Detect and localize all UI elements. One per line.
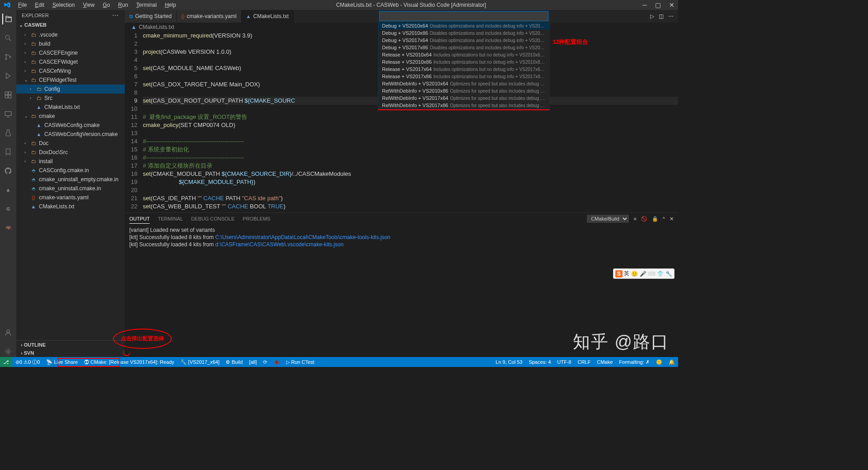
quickpick-input[interactable] <box>379 11 548 21</box>
tree-item[interactable]: ⬘cmake_uninstall.cmake.in <box>16 184 125 193</box>
status-item-left-4[interactable]: 🔧[VS2017_x64] <box>177 357 222 367</box>
bat-icon[interactable]: 🦇 <box>3 222 14 233</box>
status-item-left-6[interactable]: [all] <box>246 357 260 367</box>
explorer-actions[interactable]: ⋯ <box>112 12 119 19</box>
panel-tab-terminal[interactable]: TERMINAL <box>158 214 183 223</box>
status-item-right-2[interactable]: UTF-8 <box>554 357 575 367</box>
tree-item[interactable]: ⌄🗀cmake <box>16 112 125 121</box>
panel-tab-problems[interactable]: PROBLEMS <box>243 214 270 223</box>
status-item-left-5[interactable]: ⚙Build <box>222 357 245 367</box>
outline-section[interactable]: › OUTLINE <box>16 341 125 349</box>
tab-CMakeLists-txt[interactable]: ▲CMakeLists.txt <box>241 10 294 23</box>
quickpick-item[interactable]: Debug + VS2010x86 Disables optimizations… <box>378 29 549 37</box>
tree-item[interactable]: ›🗀.vscode <box>16 30 125 39</box>
lock-icon[interactable]: 🔒 <box>652 216 658 222</box>
quickpick-item[interactable]: RelWithDebInfo + VS2017x86 Optimizes for… <box>378 102 549 109</box>
quickpick-item[interactable]: RelWithDebInfo + VS2010x86 Optimizes for… <box>378 87 549 94</box>
filter-icon[interactable]: ≡ <box>633 216 636 221</box>
ime-mic-icon[interactable]: 🎤 <box>639 270 646 277</box>
status-item-right-4[interactable]: CMake <box>594 357 616 367</box>
ime-tool-icon[interactable]: 🔧 <box>665 270 672 277</box>
tree-item[interactable]: ›🗀CASCEFWidget <box>16 57 125 66</box>
status-item-left-9[interactable]: ▷Run CTest <box>283 357 317 367</box>
status-item-right-6[interactable]: 🙂 <box>653 357 665 367</box>
remote-icon[interactable] <box>3 108 14 119</box>
menu-edit[interactable]: Edit <box>31 1 48 9</box>
ime-toolbar[interactable]: S 英 🙂 🎤 ⌨ 👕 🔧 <box>613 268 675 279</box>
debug-icon[interactable] <box>3 70 14 81</box>
ime-skin-icon[interactable]: 👕 <box>656 270 664 277</box>
tree-item[interactable]: ⬘CASConfig.cmake.in <box>16 166 125 175</box>
tree-item[interactable]: ▲CMakeLists.txt <box>16 202 125 211</box>
quickpick-item[interactable]: RelWithDebInfo + VS2010x64 Optimizes for… <box>378 80 549 87</box>
status-item-left-7[interactable]: ⟳ <box>260 357 270 367</box>
status-item-left-0[interactable]: ⎇ <box>0 357 12 367</box>
menu-go[interactable]: Go <box>99 1 113 9</box>
tree-item[interactable]: ›🗀Doc <box>16 139 125 148</box>
menu-run[interactable]: Run <box>114 1 132 9</box>
tree-item[interactable]: ▲CASWebConfig.cmake <box>16 121 125 130</box>
status-item-right-3[interactable]: CRLF <box>575 357 594 367</box>
search-icon[interactable] <box>3 33 14 43</box>
status-item-right-1[interactable]: Spaces: 4 <box>526 357 554 367</box>
quickpick-item[interactable]: Debug + VS2017x86 Disables optimizations… <box>378 44 549 51</box>
test-icon[interactable] <box>3 127 14 138</box>
status-item-left-3[interactable]: ⓵CMake: [Release VS2017x64]: Ready <box>81 357 177 367</box>
quickpick-item[interactable]: Release + VS2010x64 Includes optimizatio… <box>378 51 549 58</box>
svn-section[interactable]: › SVN <box>16 349 125 357</box>
tree-item[interactable]: ›🗀DoxDoc\Src <box>16 148 125 157</box>
quickpick-item[interactable]: Release + VS2010x86 Includes optimizatio… <box>378 58 549 66</box>
tree-item[interactable]: ▲CMakeLists.txt <box>16 103 125 112</box>
panel-tab-debug-console[interactable]: DEBUG CONSOLE <box>191 214 235 223</box>
settings-icon[interactable] <box>3 346 14 357</box>
source-control-icon[interactable] <box>3 52 14 62</box>
status-item-right-5[interactable]: Formatting: ✗ <box>616 357 653 367</box>
tree-item[interactable]: ›🗀Config <box>16 85 125 94</box>
menu-view[interactable]: View <box>79 1 98 9</box>
bookmark-icon[interactable] <box>3 146 14 157</box>
more-icon[interactable]: ⋯ <box>668 13 674 19</box>
ime-punct-icon[interactable]: 🙂 <box>631 270 638 277</box>
svn-icon[interactable]: ⋐ <box>3 203 14 214</box>
minimize-button[interactable]: ─ <box>642 1 647 9</box>
menu-file[interactable]: File <box>14 1 30 9</box>
split-icon[interactable]: ◫ <box>659 13 664 19</box>
tree-item[interactable]: ⌄🗀CEFWidgetTest <box>16 75 125 85</box>
tab-cmake-variants-yaml[interactable]: {}cmake-variants.yaml <box>177 10 241 23</box>
tree-item[interactable]: {}cmake-variants.yaml <box>16 193 125 202</box>
maximize-button[interactable]: ▢ <box>655 1 661 9</box>
output-channel-select[interactable]: CMake/Build <box>587 215 629 223</box>
quickpick-item[interactable]: Debug + VS2010x64 Disables optimizations… <box>378 22 549 29</box>
maximize-panel-icon[interactable]: ^ <box>663 216 665 221</box>
tab-Getting-Started[interactable]: ⧉Getting Started <box>125 10 177 23</box>
extensions-icon[interactable] <box>3 89 14 100</box>
tree-item[interactable]: ▲CASWebConfigVersion.cmake <box>16 130 125 139</box>
menu-selection[interactable]: Selection <box>49 1 78 9</box>
tree-item[interactable]: ⬘cmake_uninstall_empty.cmake.in <box>16 175 125 184</box>
status-item-left-8[interactable]: 🐞 <box>270 357 283 367</box>
tree-item[interactable]: ›🗀CASCEFEngine <box>16 48 125 57</box>
tree-item[interactable]: ›🗀build <box>16 39 125 48</box>
quickpick-item[interactable]: RelWithDebInfo + VS2017x64 Optimizes for… <box>378 94 549 102</box>
quickpick-item[interactable]: Debug + VS2017x64 Disables optimizations… <box>378 37 549 44</box>
quickpick-item[interactable]: Release + VS2017x86 Includes optimizatio… <box>378 73 549 80</box>
status-item-left-1[interactable]: ⊘0 ⚠0 ⓘ0 <box>12 357 43 367</box>
account-icon[interactable] <box>3 327 14 338</box>
status-item-left-2[interactable]: 📡Live Share <box>43 357 81 367</box>
ime-keyboard-icon[interactable]: ⌨ <box>648 270 655 277</box>
panel-tab-output[interactable]: OUTPUT <box>129 214 150 224</box>
close-panel-icon[interactable]: ✕ <box>670 216 674 222</box>
tree-item[interactable]: ›🗀CASCefWing <box>16 66 125 75</box>
status-item-right-7[interactable]: 🔔 <box>665 357 678 367</box>
status-item-right-0[interactable]: Ln 9, Col 53 <box>492 357 525 367</box>
quickpick-item[interactable]: Release + VS2017x64 Includes optimizatio… <box>378 66 549 73</box>
tree-item[interactable]: ›🗀Src <box>16 94 125 103</box>
cmake-icon[interactable]: ▲ <box>3 184 14 195</box>
ime-lang[interactable]: 英 <box>624 270 629 277</box>
run-icon[interactable]: ▷ <box>650 13 654 19</box>
explorer-icon[interactable] <box>2 14 13 24</box>
github-icon[interactable] <box>3 165 14 176</box>
menu-help[interactable]: Help <box>161 1 180 9</box>
close-button[interactable]: ✕ <box>669 1 675 9</box>
tree-item[interactable]: ›🗀install <box>16 157 125 166</box>
